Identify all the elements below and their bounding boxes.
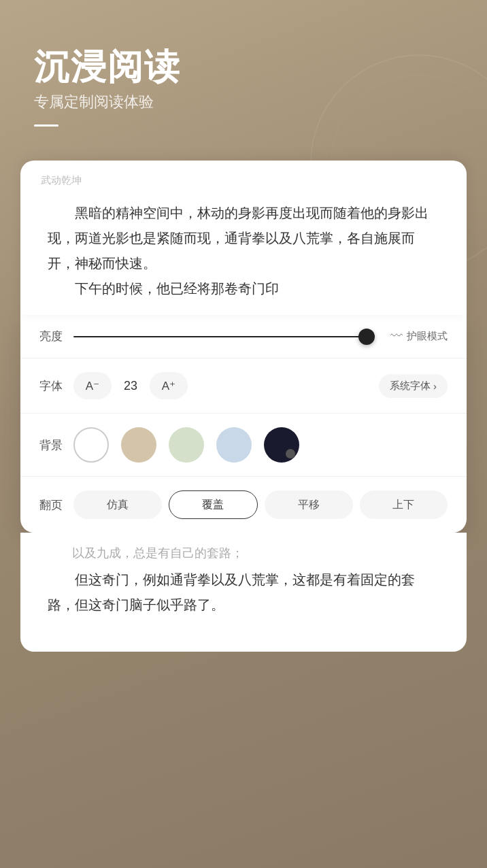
settings-panel: 亮度 〰 护眼模式 字体 A⁻ 23 A⁺ [20, 315, 467, 533]
bg-label: 背景 [39, 437, 73, 453]
pageturn-simulated-button[interactable]: 仿真 [73, 490, 162, 519]
pageturn-controls: 仿真 覆盖 平移 上下 [73, 490, 448, 519]
pageturn-scroll-button[interactable]: 上下 [360, 490, 448, 519]
partial-line: 以及九成，总是有自己的套路； [48, 542, 439, 565]
bg-green-button[interactable] [169, 427, 204, 463]
reading-text-top: 黑暗的精神空间中，林动的身影再度出现而随着他的身影出现，两道光影也是紧随而现，通… [20, 194, 467, 315]
brightness-controls [73, 336, 374, 337]
font-controls: A⁻ 23 A⁺ 系统字体 › [73, 372, 448, 399]
pageturn-slide-button[interactable]: 平移 [265, 490, 353, 519]
brightness-slider-thumb[interactable] [358, 329, 375, 345]
font-family-button[interactable]: 系统字体 › [379, 374, 448, 398]
paragraph-2: 下午的时候，他已经将那卷奇门印 [48, 276, 439, 301]
background-row: 背景 [20, 414, 467, 477]
pageturn-row: 翻页 仿真 覆盖 平移 上下 [20, 477, 467, 533]
pageturn-cover-button[interactable]: 覆盖 [169, 490, 258, 519]
eye-icon: 〰 [390, 329, 403, 344]
font-row: 字体 A⁻ 23 A⁺ 系统字体 › [20, 358, 467, 414]
paragraph-1: 黑暗的精神空间中，林动的身影再度出现而随着他的身影出现，两道光影也是紧随而现，通… [48, 201, 439, 276]
reading-card: 武动乾坤 黑暗的精神空间中，林动的身影再度出现而随着他的身影出现，两道光影也是紧… [20, 161, 467, 315]
eye-mode-label: 护眼模式 [407, 330, 448, 343]
bg-dark-button[interactable] [264, 427, 299, 463]
brightness-label: 亮度 [39, 329, 73, 344]
background: 沉浸阅读 专属定制阅读体验 武动乾坤 黑暗的精神空间中，林动的身影再度出现而随着… [0, 0, 487, 868]
brightness-row: 亮度 〰 护眼模式 [20, 315, 467, 358]
font-family-arrow: › [433, 380, 437, 392]
bg-controls [73, 427, 448, 463]
font-label: 字体 [39, 378, 73, 394]
font-family-label: 系统字体 [390, 380, 431, 393]
eye-mode-toggle[interactable]: 〰 护眼模式 [390, 329, 448, 344]
dark-moon-icon [286, 449, 295, 458]
font-decrease-button[interactable]: A⁻ [73, 372, 112, 399]
book-title: 武动乾坤 [20, 174, 467, 194]
bg-beige-button[interactable] [121, 427, 156, 463]
font-size-display: 23 [121, 379, 140, 393]
reading-text-bottom: 以及九成，总是有自己的套路； 但这奇门，例如通背拳以及八荒掌，这都是有着固定的套… [20, 533, 467, 652]
pageturn-label: 翻页 [39, 497, 73, 513]
bg-blue-button[interactable] [216, 427, 252, 463]
header-divider [34, 124, 58, 127]
brightness-slider-track[interactable] [73, 336, 374, 337]
bg-white-button[interactable] [73, 427, 109, 463]
font-increase-button[interactable]: A⁺ [150, 372, 188, 399]
paragraph-3: 但这奇门，例如通背拳以及八荒掌，这都是有着固定的套路，但这奇门脑子似乎路了。 [48, 567, 439, 618]
